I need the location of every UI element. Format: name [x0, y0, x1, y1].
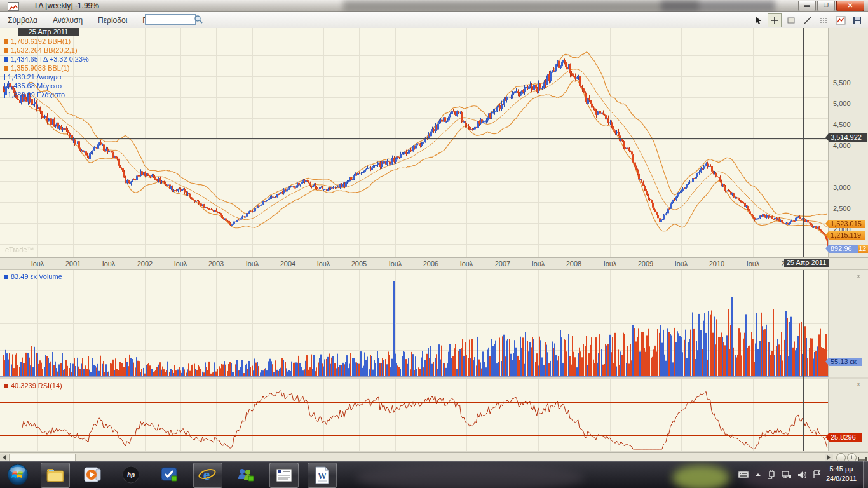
- chart-toolbar: [751, 13, 864, 27]
- svg-text:e: e: [203, 466, 210, 483]
- tool-chart-icon[interactable]: [834, 13, 848, 27]
- taskbar-messenger-button[interactable]: [231, 463, 259, 487]
- time-axis-tick: 2003: [203, 260, 229, 268]
- scroll-right-button[interactable]: [825, 454, 833, 461]
- legend-value: 1,434.65: [11, 55, 38, 63]
- taskbar-hp-button[interactable]: hp: [117, 463, 145, 487]
- price-axis-tick: 5,000: [833, 100, 851, 107]
- time-axis-tick: 2004: [275, 260, 301, 268]
- legend-marker: [4, 57, 8, 62]
- time-axis-tick: 2005: [346, 260, 372, 268]
- volume-icon[interactable]: [797, 471, 807, 479]
- last-price-tag: 892.96: [829, 245, 858, 253]
- clock-date: 24/8/2011: [821, 474, 862, 484]
- time-axis-tick: Ιουλ: [168, 260, 193, 268]
- tool-region-icon[interactable]: [784, 13, 798, 27]
- app-chart-icon: [8, 2, 19, 11]
- time-axis-tick: Ιουλ: [526, 260, 551, 268]
- legend-row: 1,435.68 Μέγιστο: [4, 81, 89, 90]
- crosshair-date-label: 25 Απρ 2011: [18, 28, 79, 36]
- search-icon[interactable]: [194, 15, 203, 26]
- time-axis-tick: Ιουλ: [96, 260, 121, 268]
- taskbar-word-button[interactable]: W: [308, 463, 337, 488]
- price-axis-tick: 2,500: [833, 205, 851, 212]
- network-icon[interactable]: [782, 471, 792, 479]
- volume-label: Volume: [39, 273, 62, 280]
- menu-item-analysis[interactable]: Ανάλυση: [53, 16, 83, 25]
- legend-row: 1,388.09 Ελάχιστο: [4, 90, 89, 99]
- time-axis-tick: Ιουλ: [597, 260, 623, 268]
- legend-marker: [4, 48, 8, 53]
- legend-value: 1,708.6192: [11, 37, 46, 45]
- time-axis-tick: 2006: [418, 260, 444, 268]
- taskbar-internet-explorer-button[interactable]: e: [193, 463, 222, 488]
- watermark: eTrade™: [5, 246, 34, 254]
- time-axis-tick: 2009: [633, 260, 658, 268]
- restore-button[interactable]: ❐: [817, 1, 835, 11]
- time-axis-tick: 2001: [60, 260, 86, 268]
- volume-chart-canvas[interactable]: [0, 270, 828, 377]
- clock-time: 5:45 μμ: [821, 464, 862, 474]
- power-icon[interactable]: [767, 470, 776, 479]
- time-axis-tick: Ιουλ: [311, 260, 336, 268]
- tool-pointer-icon[interactable]: [751, 13, 765, 27]
- price-axis-tick: 5,500: [833, 79, 851, 86]
- price-axis-tick: 4,000: [833, 142, 851, 149]
- time-axis: Ιουλ2001Ιουλ2002Ιουλ2003Ιουλ2004Ιουλ2005…: [0, 257, 868, 270]
- tool-trendline-icon[interactable]: [801, 13, 815, 27]
- band-lower-tag-partial: 12: [857, 245, 868, 253]
- tool-grid-dots-icon[interactable]: [817, 13, 831, 27]
- legend-label: Ανοιγμα: [36, 73, 61, 81]
- legend-label: BBL(1): [48, 64, 69, 72]
- price-legend: 1,708.6192 BBH(1)1,532.264 BB(20,2,1)1,4…: [4, 37, 89, 99]
- taskbar-check-app-button[interactable]: [155, 463, 183, 487]
- legend-value: 1,430.21: [8, 73, 35, 81]
- crosshair-date-tag: 25 Απρ 2011: [784, 259, 829, 267]
- action-center-icon[interactable]: [813, 470, 821, 479]
- system-tray: [738, 463, 821, 487]
- band-middle-tag: 1,215.119: [829, 231, 865, 240]
- svg-text:W: W: [318, 471, 327, 481]
- tool-save-icon[interactable]: [850, 13, 864, 27]
- tool-crosshair-icon[interactable]: [768, 13, 782, 27]
- crosshair-price-tag: 3,514.922: [829, 133, 867, 142]
- show-desktop-button[interactable]: [863, 461, 868, 488]
- time-axis-tick: Ιουλ: [25, 260, 50, 268]
- close-button[interactable]: ✕: [836, 1, 864, 11]
- symbol-search-input[interactable]: [145, 14, 196, 25]
- time-axis-tick: 2002: [132, 260, 158, 268]
- time-axis-tick: Ιουλ: [668, 260, 694, 268]
- title-bar: ΓΔ [weekly] -1.99% ▬ ❐ ✕: [0, 0, 868, 12]
- rsi-chart-canvas[interactable]: [0, 379, 828, 451]
- window-title: ΓΔ [weekly] -1.99%: [35, 1, 99, 10]
- scroll-left-button[interactable]: [0, 454, 8, 461]
- rsi-pane-close-icon[interactable]: x: [855, 381, 862, 388]
- taskbar-clock[interactable]: 5:45 μμ 24/8/2011: [821, 464, 862, 484]
- volume-pane-close-icon[interactable]: x: [855, 273, 862, 280]
- taskbar-media-player-button[interactable]: [79, 463, 107, 487]
- rsi-label: RSI(14): [38, 382, 62, 390]
- keyboard-icon[interactable]: [738, 471, 749, 478]
- menu-item-symbols[interactable]: Σύμβολα: [8, 16, 37, 25]
- start-button[interactable]: [4, 463, 32, 487]
- legend-row: 1,532.264 BB(20,2,1): [4, 46, 89, 55]
- legend-label: BB(20,2,1): [44, 46, 78, 54]
- svg-text:hp: hp: [127, 471, 135, 478]
- menu-bar: ΣύμβολαΑνάλυσηΠερίοδοιΠροβολή: [0, 12, 868, 29]
- legend-row: 1,708.6192 BBH(1): [4, 37, 89, 46]
- legend-value: 1,532.264: [11, 46, 42, 54]
- legend-marker: [4, 39, 8, 44]
- legend-marker: [4, 92, 5, 98]
- menu-item-periods[interactable]: Περίοδοι: [98, 16, 127, 25]
- horizontal-scrollbar[interactable]: − +: [0, 452, 868, 462]
- taskbar-notes-app-button[interactable]: [269, 463, 299, 488]
- minimize-button[interactable]: ▬: [798, 1, 816, 11]
- price-chart-canvas[interactable]: [0, 28, 828, 257]
- taskbar-explorer-button[interactable]: [41, 463, 70, 488]
- show-hidden-icon[interactable]: [755, 472, 761, 477]
- legend-value: 1,355.9088: [11, 64, 46, 72]
- rsi-value: 40.3239: [11, 382, 36, 390]
- band-upper-tag: 1,523.015: [829, 220, 865, 228]
- pane-separator[interactable]: [0, 377, 868, 379]
- legend-marker: [4, 83, 5, 89]
